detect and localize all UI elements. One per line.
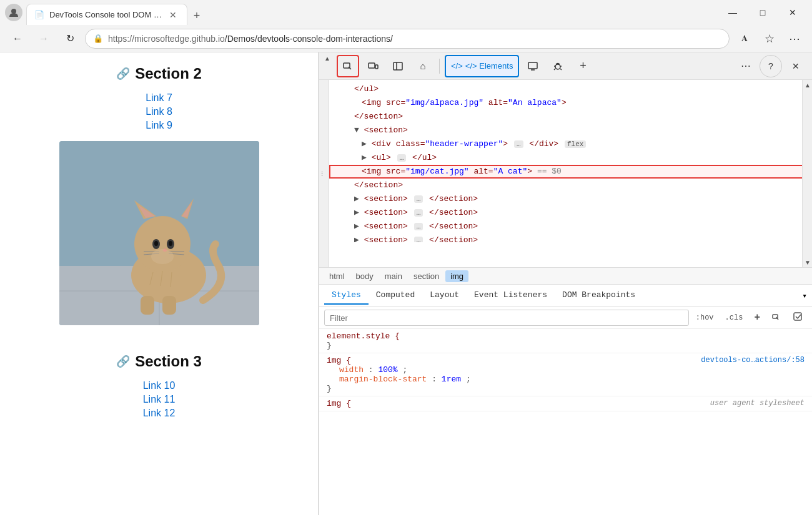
breadcrumb-html[interactable]: html [324, 270, 350, 282]
active-tab[interactable]: 📄 DevTools Console tool DOM inte ✕ [26, 4, 187, 25]
svg-rect-42 [794, 313, 801, 320]
title-bar: 📄 DevTools Console tool DOM inte ✕ + — □… [0, 0, 812, 25]
cat-image [59, 141, 259, 325]
rule-selector: element.style { [327, 331, 400, 341]
favorites-button[interactable]: ☆ [758, 27, 781, 50]
lock-icon: 🔒 [93, 34, 103, 43]
style-rule-element: element.style { } [319, 329, 812, 353]
svg-rect-32 [528, 62, 537, 69]
dom-scrollbar[interactable]: ▲ ▼ [802, 80, 812, 267]
tab-layout[interactable]: Layout [422, 287, 467, 305]
tab-event-listeners[interactable]: Event Listeners [467, 287, 555, 305]
breadcrumb-img[interactable]: img [445, 270, 468, 282]
link-8[interactable]: Link 8 [146, 106, 172, 117]
style-tool-icon1[interactable] [767, 310, 786, 326]
maximize-button[interactable]: □ [748, 2, 777, 23]
devtools-close-button[interactable]: ✕ [785, 55, 807, 77]
dom-line[interactable]: ▶ <div class="header-wrapper"> … </div> … [329, 137, 812, 151]
close-button[interactable]: ✕ [778, 2, 807, 23]
rule-selector-ua: img { [327, 399, 351, 408]
svg-line-39 [560, 69, 562, 70]
inspect-element-button[interactable] [337, 55, 359, 77]
svg-point-0 [11, 9, 16, 14]
svg-rect-30 [394, 62, 402, 70]
section3-links: Link 10 Link 11 Link 12 [143, 380, 176, 419]
link-11[interactable]: Link 11 [143, 394, 176, 405]
section2-links: Link 7 Link 8 Link 9 [146, 92, 172, 131]
style-tool-icon2[interactable] [788, 310, 807, 326]
dom-line[interactable]: </section> [329, 110, 812, 124]
tab-close-button[interactable]: ✕ [167, 9, 179, 21]
tab-dom-breakpoints[interactable]: DOM Breakpoints [555, 287, 643, 305]
rule-source-link[interactable]: devtools-co…actions/:58 [701, 356, 805, 365]
more-tools-button[interactable]: ⋯ [735, 55, 757, 77]
selected-dom-line[interactable]: <img src="img/cat.jpg" alt="A cat"> == $… [329, 165, 812, 179]
styles-toolbar: :hov .cls + [319, 307, 812, 329]
tab-title: DevTools Console tool DOM inte [49, 10, 162, 19]
cls-button[interactable]: .cls [721, 311, 748, 324]
main-area: 🔗 Section 2 Link 7 Link 8 Link 9 [0, 52, 812, 515]
toolbar-separator [439, 59, 440, 74]
dom-line[interactable]: <img src="img/alpaca.jpg" alt="An alpaca… [329, 96, 812, 110]
scroll-up-arrow[interactable]: ▲ [803, 80, 812, 90]
elements-icon: </> [451, 61, 463, 71]
breadcrumb-body[interactable]: body [351, 270, 379, 282]
add-style-button[interactable]: + [750, 310, 765, 325]
section3-heading: 🔗 Section 3 [116, 353, 202, 370]
link-10[interactable]: Link 10 [143, 380, 176, 391]
screencast-button[interactable] [522, 55, 544, 77]
refresh-button[interactable]: ↻ [59, 27, 81, 50]
elements-panel-button[interactable]: </> </> Elements [445, 55, 519, 77]
home-button[interactable]: ⌂ [412, 55, 434, 77]
section2-title: Section 2 [135, 65, 202, 82]
breadcrumb-main[interactable]: main [380, 270, 407, 282]
dom-line[interactable]: </section> [329, 179, 812, 192]
dom-line[interactable]: ▶ <section> … </section> [329, 220, 812, 233]
dom-line[interactable]: ▼ <section> [329, 124, 812, 137]
section2-heading: 🔗 Section 2 [116, 65, 202, 82]
hov-button[interactable]: :hov [691, 311, 718, 324]
tab-computed[interactable]: Computed [369, 287, 422, 305]
section2-link-icon: 🔗 [116, 67, 130, 81]
rule-close: } [327, 341, 332, 350]
dom-line[interactable]: ▶ <section> … </section> [329, 233, 812, 242]
styles-filter-input[interactable] [324, 310, 689, 326]
breadcrumb-section[interactable]: section [408, 270, 444, 282]
link-9[interactable]: Link 9 [146, 120, 172, 131]
sidebar-toggle-button[interactable] [387, 55, 409, 77]
settings-button[interactable]: ⋯ [783, 27, 806, 50]
link-7[interactable]: Link 7 [146, 92, 172, 104]
back-button[interactable]: ← [6, 27, 29, 50]
new-tab-button[interactable]: + [187, 6, 206, 25]
url-display: https://microsoftedge.github.io/Demos/de… [108, 34, 393, 44]
dom-tree[interactable]: </ul> <img src="img/alpaca.jpg" alt="An … [329, 80, 812, 267]
dom-line[interactable]: ▶ <section> … </section> [329, 192, 812, 206]
more-tabs-button[interactable]: ▾ [802, 291, 807, 301]
read-aloud-button[interactable]: 𝐀 [733, 27, 756, 50]
section2: 🔗 Section 2 Link 7 Link 8 Link 9 [25, 65, 293, 340]
nav-right-buttons: 𝐀 ☆ ⋯ [733, 27, 806, 50]
forward-button: → [32, 27, 55, 50]
scroll-down-arrow[interactable]: ▼ [803, 257, 812, 267]
tab-strip: 📄 DevTools Console tool DOM inte ✕ + [26, 0, 715, 25]
svg-line-38 [554, 69, 555, 70]
minimize-button[interactable]: — [718, 2, 747, 23]
bug-icon-button[interactable] [547, 55, 569, 77]
rule-close-img: } [327, 384, 332, 393]
devtools-toolbar: ▲ [319, 52, 812, 80]
profile-icon[interactable] [5, 4, 22, 21]
nav-bar: ← → ↻ 🔒 https://microsoftedge.github.io/… [0, 25, 812, 52]
user-agent-label: user agent stylesheet [710, 399, 805, 408]
link-12[interactable]: Link 12 [143, 408, 176, 419]
add-tool-button[interactable]: + [572, 55, 594, 77]
dom-line[interactable]: </ul> [329, 82, 812, 96]
tab-styles[interactable]: Styles [324, 287, 369, 305]
dom-line[interactable]: ▶ <section> … </section> [329, 206, 812, 220]
dom-line[interactable]: ▶ <ul> … </ul> [329, 151, 812, 165]
device-emulation-button[interactable] [362, 55, 384, 77]
section3: 🔗 Section 3 Link 10 Link 11 Link 12 [25, 353, 293, 429]
dom-scroll-up: ▲ [324, 52, 334, 79]
address-bar[interactable]: 🔒 https://microsoftedge.github.io/Demos/… [85, 29, 730, 49]
help-button[interactable]: ? [760, 55, 782, 77]
svg-point-14 [169, 241, 172, 246]
